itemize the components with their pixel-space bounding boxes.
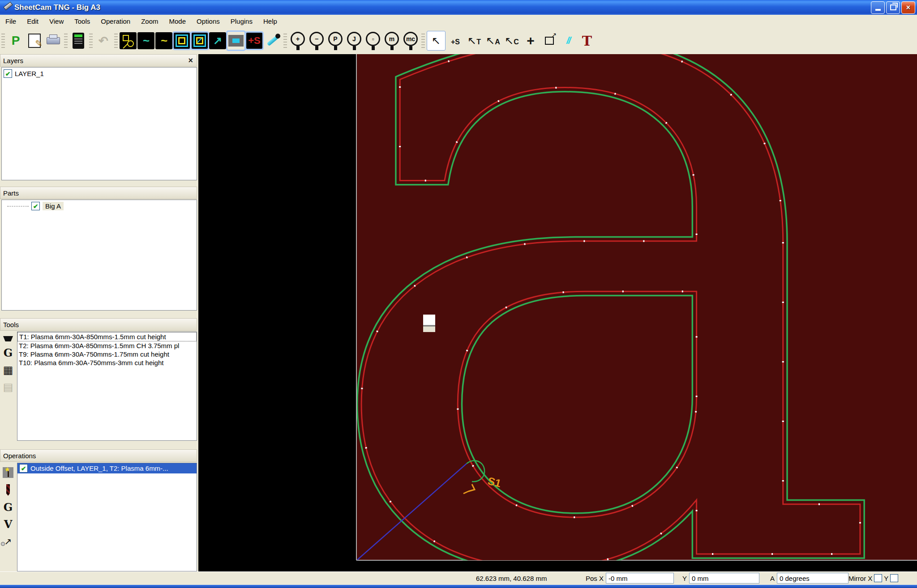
menu-tools[interactable]: Tools xyxy=(69,16,95,27)
zoom-in-button[interactable]: + xyxy=(289,31,307,50)
show-path-toggle[interactable]: ~ xyxy=(137,32,154,49)
part-item[interactable]: ✔ Big A xyxy=(2,200,197,212)
close-layers-icon[interactable]: × xyxy=(188,56,193,65)
menu-zoom[interactable]: Zoom xyxy=(136,16,163,27)
menu-plugins[interactable]: Plugins xyxy=(225,16,258,27)
tools-list[interactable]: T1: Plasma 6mm-30A-850mms-1.5mm cut heig… xyxy=(17,332,197,441)
show-direction-toggle[interactable]: ~ xyxy=(155,32,172,49)
tool-item[interactable]: T2: Plasma 6mm-30A-850mms-1.5mm CH 3.75m… xyxy=(17,341,197,350)
toolbar-grip[interactable] xyxy=(421,32,425,50)
path-nodes: a xyxy=(313,54,887,571)
pen-tool-button[interactable] xyxy=(264,31,282,50)
menu-view[interactable]: View xyxy=(44,16,69,27)
cut-rect-icon xyxy=(228,35,244,47)
edit-document-icon xyxy=(28,34,41,48)
close-button[interactable]: × xyxy=(901,1,915,14)
select-arc-button[interactable]: ↖A xyxy=(484,31,502,50)
operation-item[interactable]: ✔ Outside Offset, LAYER_1, T2: Plasma 6m… xyxy=(17,463,197,473)
operation-label: Outside Offset, LAYER_1, T2: Plasma 6mm-… xyxy=(30,464,168,472)
mirror-x-checkbox[interactable] xyxy=(874,574,882,582)
cursor-coordinates: 62.623 mm, 40.628 mm xyxy=(476,573,547,584)
zoom-material-button[interactable]: m xyxy=(383,31,401,50)
operations-panel-title: Operations xyxy=(3,452,36,460)
layers-list[interactable]: ✔ LAYER_1 xyxy=(1,67,197,180)
drawing-canvas[interactable]: a a a a a S1 xyxy=(198,54,917,571)
parts-panel-header: Parts xyxy=(0,187,197,199)
snap-lines-button[interactable]: // xyxy=(559,31,577,50)
mirror-y-label: Y xyxy=(884,575,888,582)
part-checkbox[interactable]: ✔ xyxy=(31,202,40,210)
angle-label: A xyxy=(770,575,775,582)
zoom-out-icon: − xyxy=(309,32,325,50)
tool-item[interactable]: T1: Plasma 6mm-30A-850mms-1.5mm cut heig… xyxy=(17,332,197,341)
menu-mode[interactable]: Mode xyxy=(164,16,192,27)
measure-tool-button[interactable]: ↗ xyxy=(209,32,226,49)
zoom-out-button[interactable]: − xyxy=(308,31,326,50)
cut-operation-icon[interactable] xyxy=(3,467,13,478)
show-part-bounds-toggle[interactable] xyxy=(191,32,208,49)
pos-y-field[interactable]: 0 mm xyxy=(689,573,759,584)
operations-icon-strip: G V ↗ xyxy=(0,463,16,576)
toolbar-grip[interactable] xyxy=(89,32,93,50)
menu-file[interactable]: File xyxy=(0,16,21,27)
tool-item[interactable]: T10: Plasma 6mm-30A-750mms-3mm cut heigh… xyxy=(17,358,197,367)
layer-item[interactable]: ✔ LAYER_1 xyxy=(2,68,197,80)
move-part-button[interactable]: + xyxy=(522,31,540,50)
add-start-point-button[interactable]: +S xyxy=(446,31,464,50)
minimize-button[interactable] xyxy=(871,1,885,14)
side-panel-column: Layers × ✔ LAYER_1 Parts ✔ Big A Tools G… xyxy=(0,54,198,571)
angle-group: A 0 degrees xyxy=(770,573,848,584)
part-outline-group[interactable]: a a a a a xyxy=(313,54,887,571)
print-button[interactable] xyxy=(44,31,62,50)
transform-part-button[interactable] xyxy=(540,31,558,50)
part-label: Big A xyxy=(43,202,64,210)
tool-table-icon[interactable]: ▦ xyxy=(3,365,13,375)
nested-squares-icon xyxy=(176,34,188,47)
move-point-icon[interactable]: ↗ xyxy=(4,536,12,547)
text-tool-button[interactable]: T xyxy=(578,31,596,50)
zoom-part-icon: P xyxy=(327,32,343,50)
show-cut-rect-toggle[interactable] xyxy=(227,31,245,50)
post-process-button[interactable]: P xyxy=(7,31,25,50)
zoom-window-button[interactable]: ▫ xyxy=(364,31,382,50)
select-contour-button[interactable]: ↖C xyxy=(503,31,521,50)
tool-item[interactable]: T9: Plasma 6mm-30A-750mms-1.75mm cut hei… xyxy=(17,350,197,358)
toolbar-grip[interactable] xyxy=(114,32,118,50)
toolbar-grip[interactable] xyxy=(283,32,287,50)
show-start-points-toggle[interactable]: +S xyxy=(246,32,263,49)
plasma-torch-icon[interactable] xyxy=(3,336,13,341)
undo-button[interactable]: ↶ xyxy=(94,31,112,50)
show-material-toggle[interactable] xyxy=(173,32,190,49)
gcode-icon[interactable]: G xyxy=(4,348,13,358)
select-tab-button[interactable]: ↖T xyxy=(465,31,483,50)
tools-panel-header: Tools xyxy=(0,318,197,331)
toolbar-grip[interactable] xyxy=(64,32,68,50)
pen-icon xyxy=(267,35,279,46)
select-tool-button[interactable]: ↖ xyxy=(427,31,446,51)
layer-checkbox[interactable]: ✔ xyxy=(4,69,12,78)
gcode-operation-icon[interactable]: G xyxy=(4,502,13,513)
zoom-machine-button[interactable]: mc xyxy=(402,31,420,50)
edit-post-button[interactable] xyxy=(26,31,43,50)
drill-operation-icon[interactable] xyxy=(6,484,10,496)
angle-field[interactable]: 0 degrees xyxy=(777,573,848,584)
mirror-y-checkbox[interactable] xyxy=(890,574,898,582)
line-shape-icon xyxy=(123,43,128,48)
menu-edit[interactable]: Edit xyxy=(21,16,44,27)
menu-help[interactable]: Help xyxy=(258,16,283,27)
restore-button[interactable] xyxy=(886,1,900,14)
parts-list[interactable]: ✔ Big A xyxy=(1,200,197,311)
menu-operation[interactable]: Operation xyxy=(95,16,136,27)
preview-operation-icon[interactable]: V xyxy=(4,519,13,530)
toolbar-grip[interactable] xyxy=(1,32,5,50)
operations-list[interactable]: ✔ Outside Offset, LAYER_1, T2: Plasma 6m… xyxy=(17,463,197,571)
show-points-toggle[interactable] xyxy=(120,32,137,49)
operation-checkbox[interactable]: ✔ xyxy=(19,464,28,473)
zoom-job-button[interactable]: J xyxy=(345,31,363,50)
pos-x-field[interactable]: -0 mm xyxy=(606,573,674,584)
menu-options[interactable]: Options xyxy=(191,16,225,27)
title-bar[interactable]: SheetCam TNG - Big A3 × xyxy=(0,0,917,15)
zoom-material-icon: m xyxy=(384,32,400,50)
zoom-part-button[interactable]: P xyxy=(326,31,344,50)
calculator-button[interactable] xyxy=(69,31,87,50)
